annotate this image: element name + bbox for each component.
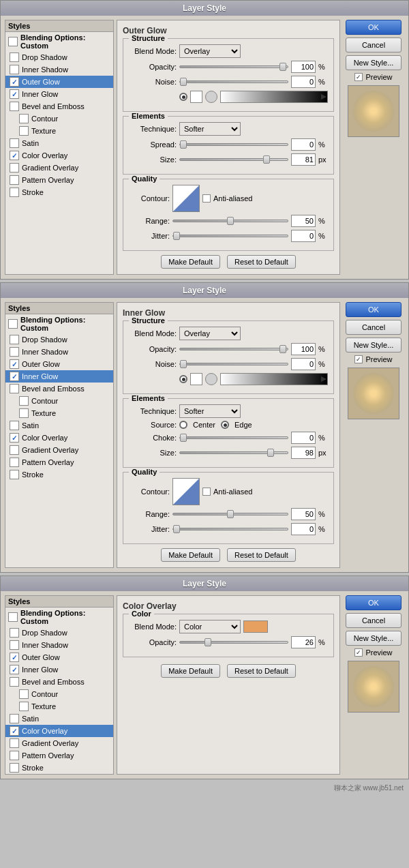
- check2-satin[interactable]: [10, 421, 19, 430]
- check-gradient-overlay[interactable]: [10, 163, 19, 173]
- ok-btn-1[interactable]: OK: [346, 20, 402, 35]
- choke-slider-2[interactable]: [179, 436, 288, 439]
- circle-swatch-2[interactable]: [205, 373, 217, 385]
- choke-thumb-2[interactable]: [180, 434, 187, 442]
- sidebar-item-gradient-overlay[interactable]: Gradient Overlay: [5, 162, 113, 174]
- sidebar-item-blending-options[interactable]: Blending Options: Custom: [5, 32, 113, 51]
- check3-bevel-emboss[interactable]: [10, 677, 19, 687]
- check-inner-shadow[interactable]: [10, 65, 19, 74]
- sidebar-item-contour[interactable]: Contour: [5, 113, 113, 125]
- opacity-thumb-3[interactable]: [204, 638, 211, 646]
- sidebar3-item-satin[interactable]: Satin: [5, 713, 113, 725]
- sidebar3-item-stroke[interactable]: Stroke: [5, 762, 113, 774]
- sidebar2-item-inner-glow[interactable]: ✓ Inner Glow: [5, 370, 113, 383]
- reset-to-default-btn-3[interactable]: Reset to Default: [227, 664, 296, 678]
- cancel-btn-2[interactable]: Cancel: [346, 320, 402, 335]
- size-input-2[interactable]: [291, 447, 316, 459]
- range-thumb[interactable]: [227, 217, 234, 225]
- check2-blending[interactable]: [8, 319, 18, 329]
- sidebar-item-outer-glow[interactable]: ✓ Outer Glow: [5, 76, 113, 88]
- opacity-input-3[interactable]: [291, 636, 316, 648]
- sidebar2-item-pattern-overlay[interactable]: Pattern Overlay: [5, 456, 113, 468]
- sidebar2-item-bevel-emboss[interactable]: Bevel and Emboss: [5, 383, 113, 395]
- contour-preview-2[interactable]: [172, 478, 200, 505]
- sidebar3-item-drop-shadow[interactable]: Drop Shadow: [5, 627, 113, 639]
- gradient-bar-2[interactable]: [220, 373, 328, 385]
- noise-slider-2[interactable]: [179, 363, 288, 365]
- check2-drop-shadow[interactable]: [10, 335, 19, 344]
- make-default-btn-1[interactable]: Make Default: [161, 255, 220, 269]
- range-slider[interactable]: [172, 220, 288, 222]
- check-color-overlay[interactable]: ✓: [10, 151, 19, 160]
- spread-slider[interactable]: [179, 143, 288, 146]
- noise-thumb-2[interactable]: [180, 360, 187, 368]
- check2-bevel-emboss[interactable]: [10, 384, 19, 393]
- sidebar2-item-blending[interactable]: Blending Options: Custom: [5, 314, 113, 333]
- check-drop-shadow[interactable]: [10, 53, 19, 62]
- radio-solid[interactable]: [179, 93, 187, 101]
- check-stroke[interactable]: [10, 188, 19, 197]
- new-style-btn-1[interactable]: New Style...: [346, 55, 402, 70]
- jitter-input[interactable]: [291, 230, 316, 242]
- ok-btn-2[interactable]: OK: [346, 302, 402, 317]
- range-thumb-2[interactable]: [227, 510, 234, 518]
- sidebar2-item-drop-shadow[interactable]: Drop Shadow: [5, 333, 113, 346]
- radio-solid-2[interactable]: [179, 375, 187, 383]
- check-contour[interactable]: [19, 114, 29, 123]
- white-swatch-2[interactable]: [190, 373, 202, 385]
- sidebar-item-satin[interactable]: Satin: [5, 137, 113, 149]
- sidebar3-item-blending[interactable]: Blending Options: Custom: [5, 608, 113, 627]
- sidebar-item-texture[interactable]: Texture: [5, 125, 113, 137]
- sidebar3-item-contour[interactable]: Contour: [5, 688, 113, 700]
- sidebar-item-drop-shadow[interactable]: Drop Shadow: [5, 51, 113, 63]
- new-style-btn-2[interactable]: New Style...: [346, 338, 402, 353]
- source-edge-radio[interactable]: [221, 421, 229, 429]
- check3-texture[interactable]: [19, 702, 29, 711]
- check2-inner-glow[interactable]: ✓: [10, 372, 19, 381]
- sidebar-item-color-overlay[interactable]: ✓ Color Overlay: [5, 149, 113, 162]
- choke-input-2[interactable]: [291, 432, 316, 444]
- range-slider-2[interactable]: [172, 513, 288, 515]
- opacity-thumb-2[interactable]: [279, 345, 286, 353]
- check-texture[interactable]: [19, 126, 29, 136]
- sidebar-item-inner-shadow[interactable]: Inner Shadow: [5, 63, 113, 76]
- check2-color-overlay[interactable]: ✓: [10, 433, 19, 443]
- jitter-slider[interactable]: [172, 235, 288, 237]
- blend-mode-select-2[interactable]: Overlay: [179, 327, 241, 340]
- check3-gradient-overlay[interactable]: [10, 738, 19, 748]
- check2-texture[interactable]: [19, 408, 29, 418]
- sidebar-item-pattern-overlay[interactable]: Pattern Overlay: [5, 174, 113, 186]
- sidebar3-item-texture[interactable]: Texture: [5, 700, 113, 713]
- technique-select-2[interactable]: Softer: [179, 404, 241, 418]
- ok-btn-3[interactable]: OK: [346, 595, 402, 610]
- color-swatch-3[interactable]: [243, 620, 268, 633]
- spread-input[interactable]: [291, 138, 316, 151]
- reset-to-default-btn-2[interactable]: Reset to Default: [227, 548, 296, 562]
- size-thumb-2[interactable]: [267, 449, 274, 457]
- opacity-thumb[interactable]: [279, 63, 286, 71]
- white-swatch[interactable]: [190, 91, 202, 103]
- sidebar-item-stroke[interactable]: Stroke: [5, 186, 113, 198]
- preview-checkbox-2[interactable]: [354, 355, 363, 363]
- check2-stroke[interactable]: [10, 470, 19, 479]
- sidebar3-item-bevel-emboss[interactable]: Bevel and Emboss: [5, 676, 113, 688]
- size-thumb[interactable]: [263, 155, 270, 164]
- sidebar2-item-gradient-overlay[interactable]: Gradient Overlay: [5, 444, 113, 456]
- check3-pattern-overlay[interactable]: [10, 751, 19, 760]
- opacity-slider-2[interactable]: [179, 348, 288, 350]
- source-center-radio[interactable]: [179, 421, 187, 429]
- sidebar2-item-satin[interactable]: Satin: [5, 419, 113, 432]
- check3-drop-shadow[interactable]: [10, 628, 19, 638]
- sidebar2-item-inner-shadow[interactable]: Inner Shadow: [5, 346, 113, 358]
- noise-input-2[interactable]: [291, 358, 316, 370]
- spread-thumb[interactable]: [180, 140, 187, 149]
- contour-preview[interactable]: [172, 185, 200, 212]
- check3-satin[interactable]: [10, 714, 19, 723]
- check3-inner-shadow[interactable]: [10, 640, 19, 650]
- range-input-2[interactable]: [291, 508, 316, 520]
- sidebar2-item-outer-glow[interactable]: ✓ Outer Glow: [5, 358, 113, 370]
- sidebar-item-bevel-emboss[interactable]: Bevel and Emboss: [5, 100, 113, 113]
- range-input[interactable]: [291, 215, 316, 227]
- check2-inner-shadow[interactable]: [10, 347, 19, 357]
- sidebar2-item-stroke[interactable]: Stroke: [5, 468, 113, 481]
